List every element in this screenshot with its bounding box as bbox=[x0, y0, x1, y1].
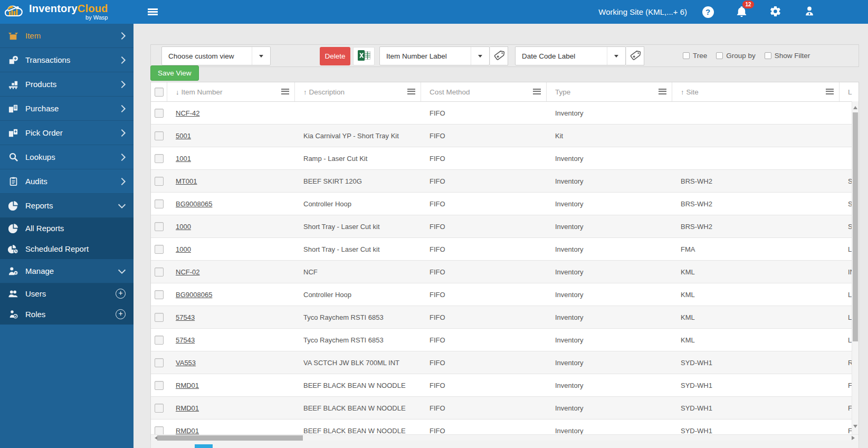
sidebar-item-users[interactable]: Users+ bbox=[0, 283, 133, 304]
column-header-type[interactable]: Type bbox=[547, 82, 672, 101]
scroll-up-icon[interactable] bbox=[853, 104, 857, 109]
add-icon[interactable]: + bbox=[116, 309, 126, 319]
print-item-number-label-button[interactable] bbox=[490, 46, 508, 65]
item-number-link[interactable]: 1000 bbox=[176, 245, 191, 253]
column-label: Cost Method bbox=[430, 88, 470, 96]
sidebar-item-pick-order[interactable]: Pick Order bbox=[0, 121, 133, 145]
sidebar-item-all-reports[interactable]: All Reports bbox=[0, 218, 133, 239]
item-number-link[interactable]: 1001 bbox=[176, 155, 191, 163]
menu-toggle-button[interactable] bbox=[145, 6, 160, 18]
column-menu-icon[interactable] bbox=[659, 89, 666, 94]
logo-byline: by Wasp bbox=[29, 15, 108, 21]
row-checkbox[interactable] bbox=[155, 268, 164, 277]
sidebar-item-scheduled-report[interactable]: Scheduled Report bbox=[0, 239, 133, 259]
column-menu-icon[interactable] bbox=[407, 89, 415, 94]
export-excel-button[interactable] bbox=[353, 47, 375, 65]
checkbox-box[interactable] bbox=[683, 52, 690, 59]
row-checkbox[interactable] bbox=[155, 245, 164, 254]
chevron-down-icon[interactable] bbox=[471, 47, 489, 65]
row-checkbox[interactable] bbox=[155, 154, 164, 163]
column-menu-icon[interactable] bbox=[533, 89, 541, 94]
row-checkbox[interactable] bbox=[155, 313, 164, 322]
cell-text: Inventory bbox=[555, 313, 583, 321]
working-site-label[interactable]: Working Site (KML,...+ 6) bbox=[598, 7, 687, 16]
chevron-down-icon[interactable] bbox=[607, 47, 625, 65]
account-button[interactable] bbox=[802, 5, 816, 19]
vertical-scroll-thumb[interactable] bbox=[853, 112, 858, 341]
custom-view-select[interactable]: Choose custom view bbox=[161, 46, 271, 65]
select-all-checkbox[interactable] bbox=[155, 88, 164, 97]
row-checkbox[interactable] bbox=[155, 381, 164, 390]
table-row: NCF-42FIFOInventory bbox=[151, 102, 859, 125]
row-checkbox[interactable] bbox=[155, 426, 164, 435]
column-header-l[interactable]: L bbox=[840, 82, 859, 101]
save-view-button[interactable]: Save View bbox=[150, 65, 199, 81]
sidebar-item-audits[interactable]: Audits bbox=[0, 169, 133, 194]
row-checkbox[interactable] bbox=[155, 109, 164, 118]
item-number-cell: 1000 bbox=[167, 215, 295, 237]
sidebar-item-purchase[interactable]: Purchase bbox=[0, 97, 133, 121]
cost-method-cell: FIFO bbox=[421, 306, 547, 328]
cell-text: FIFO bbox=[430, 359, 445, 367]
item-number-link[interactable]: BG9008065 bbox=[176, 200, 212, 208]
help-button[interactable]: ? bbox=[701, 5, 715, 19]
checkbox-tree[interactable]: Tree bbox=[683, 52, 707, 60]
item-number-link[interactable]: 1000 bbox=[176, 223, 191, 231]
item-number-link[interactable]: BG9008065 bbox=[176, 291, 212, 299]
row-checkbox[interactable] bbox=[155, 199, 164, 208]
sidebar-item-lookups[interactable]: Lookups bbox=[0, 145, 133, 169]
item-number-link[interactable]: MT001 bbox=[176, 177, 197, 185]
row-checkbox[interactable] bbox=[155, 404, 164, 413]
notifications-button[interactable]: 12 bbox=[735, 5, 749, 19]
checkbox-box[interactable] bbox=[765, 52, 771, 59]
checkbox-label: Tree bbox=[693, 52, 707, 60]
item-number-link[interactable]: RMD01 bbox=[176, 404, 199, 412]
sidebar-item-roles[interactable]: Roles+ bbox=[0, 304, 133, 325]
checkbox-label: Group by bbox=[726, 52, 756, 60]
page-button-1[interactable]: 1 bbox=[195, 444, 213, 448]
sidebar-item-reports[interactable]: Reports bbox=[0, 194, 133, 218]
type-cell: Inventory bbox=[547, 170, 672, 192]
column-header-site[interactable]: ↑Site bbox=[672, 82, 840, 101]
column-menu-icon[interactable] bbox=[826, 89, 834, 94]
item-number-label-select[interactable]: Item Number Label bbox=[379, 46, 490, 65]
print-date-code-label-button[interactable] bbox=[626, 46, 644, 65]
column-menu-icon[interactable] bbox=[281, 89, 289, 94]
settings-button[interactable] bbox=[768, 5, 783, 19]
item-number-link[interactable]: RMD01 bbox=[176, 427, 199, 435]
sidebar-item-manage[interactable]: Manage bbox=[0, 259, 133, 283]
delete-button[interactable]: Delete bbox=[320, 47, 350, 65]
item-number-link[interactable]: NCF-02 bbox=[176, 268, 200, 276]
item-number-link[interactable]: VA553 bbox=[176, 359, 196, 367]
cost-method-cell: FIFO bbox=[421, 261, 547, 283]
date-code-label-select[interactable]: Date Code Label bbox=[515, 46, 626, 65]
row-checkbox[interactable] bbox=[155, 290, 164, 299]
sidebar-item-item[interactable]: Item bbox=[0, 24, 133, 48]
checkbox-show-filter[interactable]: Show Filter bbox=[765, 52, 810, 60]
item-number-link[interactable]: 5001 bbox=[176, 132, 191, 140]
item-number-link[interactable]: RMD01 bbox=[176, 382, 199, 389]
chevron-down-icon[interactable] bbox=[252, 47, 270, 65]
row-checkbox[interactable] bbox=[155, 131, 164, 140]
checkbox-group-by[interactable]: Group by bbox=[716, 52, 756, 60]
site-cell bbox=[672, 125, 840, 147]
item-number-link[interactable]: 57543 bbox=[176, 336, 195, 344]
scroll-right-icon[interactable] bbox=[852, 436, 857, 440]
description-cell: NCF bbox=[295, 261, 421, 283]
scroll-down-icon[interactable] bbox=[853, 425, 857, 430]
row-checkbox[interactable] bbox=[155, 222, 164, 231]
add-icon[interactable]: + bbox=[116, 289, 126, 299]
column-header-cost-method[interactable]: Cost Method bbox=[421, 82, 547, 101]
column-header-description[interactable]: ↑Description bbox=[295, 82, 421, 101]
horizontal-scroll-thumb[interactable] bbox=[157, 435, 303, 441]
checkbox-box[interactable] bbox=[716, 52, 723, 59]
row-checkbox[interactable] bbox=[155, 358, 164, 367]
sidebar-item-transactions[interactable]: Transactions bbox=[0, 48, 133, 72]
row-checkbox[interactable] bbox=[155, 336, 164, 345]
sidebar-item-products[interactable]: Products bbox=[0, 72, 133, 97]
row-checkbox[interactable] bbox=[155, 177, 164, 186]
column-header-item-number[interactable]: ↓Item Number bbox=[167, 82, 295, 101]
item-number-link[interactable]: 57543 bbox=[176, 313, 195, 321]
item-number-link[interactable]: NCF-42 bbox=[176, 109, 200, 117]
vertical-scrollbar[interactable] bbox=[852, 101, 859, 434]
